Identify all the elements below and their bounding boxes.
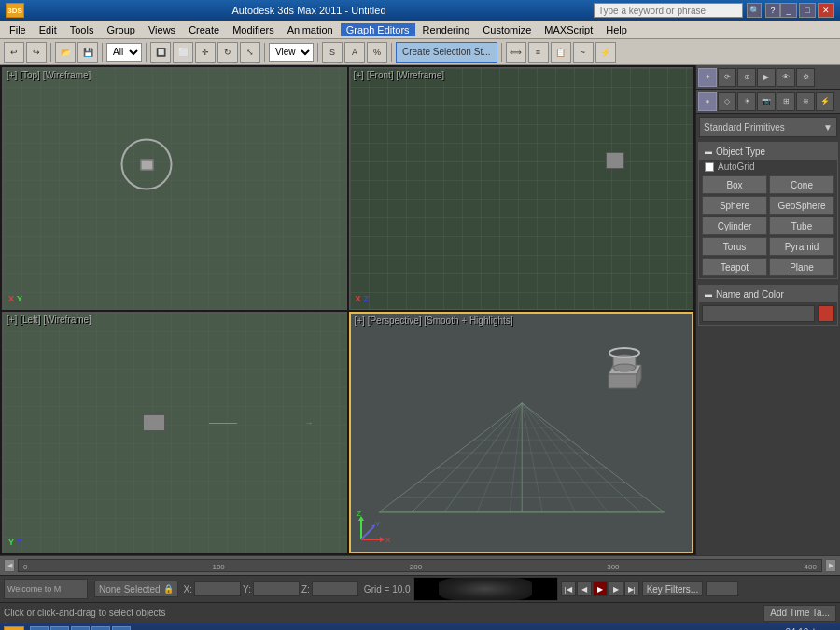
viewport-perspective[interactable]: [+] [Perspective] [Smooth + Highlights] … (349, 312, 694, 554)
key-filters-btn[interactable]: Key Filters... (642, 581, 704, 596)
taskbar-app-icon[interactable]: ⚙ (112, 626, 131, 630)
undo-button[interactable]: ↩ (4, 42, 24, 63)
create-panel-btn[interactable]: ✦ (698, 68, 717, 87)
geometry-btn[interactable]: ● (698, 92, 717, 111)
select-region-tool[interactable]: ⬜ (173, 42, 193, 63)
next-frame-btn[interactable]: ▶ (609, 581, 623, 596)
curve-editor[interactable]: ~ (573, 42, 594, 63)
menu-rendering[interactable]: Rendering (417, 23, 476, 36)
timeline-track[interactable]: 0 100 200 300 400 (18, 559, 822, 572)
color-swatch[interactable] (818, 305, 834, 322)
utility-panel-btn[interactable]: ⚙ (796, 68, 815, 87)
key-filters-label: Key Filters... (647, 584, 699, 595)
box-button[interactable]: Box (702, 175, 767, 194)
layer-manager[interactable]: 📋 (551, 42, 571, 63)
helpers-btn[interactable]: ⊞ (777, 92, 795, 111)
menu-customize[interactable]: Customize (477, 23, 537, 36)
spacewarps-btn[interactable]: ≋ (796, 92, 815, 111)
menu-create[interactable]: Create (183, 23, 225, 36)
modify-panel-btn[interactable]: ⟳ (718, 68, 736, 87)
select-tool[interactable]: 🔲 (150, 42, 171, 63)
menu-modifiers[interactable]: Modifiers (227, 23, 280, 36)
search-icon[interactable]: 🔍 (747, 3, 762, 18)
minimize-button[interactable]: _ (780, 3, 797, 18)
help-icon[interactable]: ? (765, 3, 780, 18)
menu-animation[interactable]: Animation (282, 23, 339, 36)
save-file-btn[interactable]: 💾 (77, 42, 98, 63)
mirror-tool[interactable]: ⟺ (506, 42, 526, 63)
taskbar-browser-icon[interactable]: 🌐 (50, 626, 69, 630)
svg-line-9 (444, 402, 522, 511)
y-coord-input[interactable] (253, 581, 300, 596)
x-coord-input[interactable] (194, 581, 241, 596)
menu-help[interactable]: Help (600, 23, 633, 36)
frame-field[interactable] (706, 581, 738, 596)
menu-group[interactable]: Group (101, 23, 141, 36)
geosphere-button[interactable]: GeoSphere (769, 196, 834, 215)
start-button[interactable]: 3DS (4, 626, 24, 630)
prev-frame-btn[interactable]: ◀ (577, 581, 592, 596)
cone-button[interactable]: Cone (769, 175, 834, 194)
play-btn[interactable]: ▶ (593, 581, 608, 596)
plane-button[interactable]: Plane (769, 258, 834, 276)
align-tool[interactable]: ≡ (528, 42, 549, 63)
search-input[interactable] (594, 3, 743, 18)
snap-toggle[interactable]: S (322, 42, 343, 63)
svg-line-7 (379, 402, 522, 511)
pyramid-button[interactable]: Pyramid (769, 237, 834, 256)
menu-edit[interactable]: Edit (34, 23, 63, 36)
name-input-field[interactable] (702, 305, 815, 322)
main-toolbar: ↩ ↪ 📂 💾 All 🔲 ⬜ ✛ ↻ ⤡ View S A % Create … (0, 39, 840, 65)
motion-panel-btn[interactable]: ▶ (757, 68, 776, 87)
scale-tool[interactable]: ⤡ (240, 42, 260, 63)
timeline-scroll-left[interactable]: ◀ (4, 559, 15, 572)
sphere-button[interactable]: Sphere (702, 196, 767, 215)
shapes-btn[interactable]: ◇ (718, 92, 736, 111)
rotate-tool[interactable]: ↻ (217, 42, 238, 63)
close-button[interactable]: ✕ (818, 3, 834, 18)
torus-button[interactable]: Torus (702, 237, 767, 256)
primitives-dropdown[interactable]: Standard Primitives ▼ (699, 117, 837, 137)
autogrid-checkbox[interactable] (705, 162, 714, 172)
tube-button[interactable]: Tube (769, 217, 834, 235)
move-tool[interactable]: ✛ (195, 42, 216, 63)
viewport-left[interactable]: [+] [Left] [Wireframe] → Y Z (2, 312, 347, 554)
menu-graph-editors[interactable]: Graph Editors (341, 23, 415, 36)
goto-start-btn[interactable]: |◀ (561, 581, 576, 596)
goto-end-btn[interactable]: ▶| (624, 581, 639, 596)
angle-snap[interactable]: A (344, 42, 365, 63)
z-coord-input[interactable] (312, 581, 358, 596)
menu-tools[interactable]: Tools (64, 23, 100, 36)
viewport-top[interactable]: [+] [Top] [Wireframe] X Y (2, 67, 347, 310)
taskbar-photo-icon[interactable]: 📷 (91, 626, 110, 630)
redo-button[interactable]: ↪ (26, 42, 47, 63)
teapot-button[interactable]: Teapot (702, 258, 767, 276)
lights-btn[interactable]: ☀ (737, 92, 756, 111)
schematic-view[interactable]: ⚡ (595, 42, 616, 63)
maximize-button[interactable]: □ (799, 3, 816, 18)
reference-select[interactable]: View (269, 43, 314, 62)
create-selection-set-btn[interactable]: Create Selection St... (396, 42, 497, 63)
menu-maxscript[interactable]: MAXScript (539, 23, 598, 36)
taskbar-media-icon[interactable]: 🎵 (71, 626, 90, 630)
cameras-btn[interactable]: 📷 (757, 92, 776, 111)
clock-time: 04:12 ب.ظ (785, 627, 831, 631)
menu-views[interactable]: Views (143, 23, 181, 36)
taskbar-folder-icon[interactable]: 📁 (30, 626, 49, 630)
name-collapse-icon[interactable]: ▬ (705, 290, 712, 299)
viewport-front[interactable]: [+] [Front] [Wireframe] X Z (349, 67, 694, 310)
hierarchy-panel-btn[interactable]: ⊕ (737, 68, 756, 87)
percent-snap[interactable]: % (367, 42, 387, 63)
cylinder-button[interactable]: Cylinder (702, 217, 767, 235)
add-time-btn[interactable]: Add Time Ta... (763, 605, 836, 622)
systems-btn[interactable]: ⚡ (816, 92, 834, 111)
display-panel-btn[interactable]: 👁 (777, 68, 795, 87)
lock-icon[interactable]: 🔒 (163, 584, 174, 594)
open-file-btn[interactable]: 📂 (55, 42, 76, 63)
camera-preview (413, 577, 558, 601)
collapse-icon[interactable]: ▬ (705, 147, 712, 156)
separator-7 (501, 43, 502, 62)
filter-select[interactable]: All (106, 43, 142, 62)
timeline-scroll-right[interactable]: ▶ (825, 559, 836, 572)
menu-file[interactable]: File (4, 23, 32, 36)
